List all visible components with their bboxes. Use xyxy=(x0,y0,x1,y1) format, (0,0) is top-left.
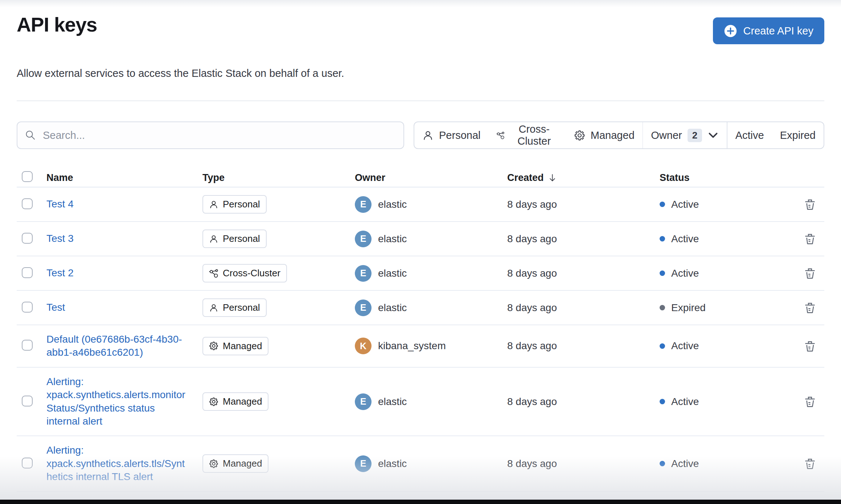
status-dot-active xyxy=(660,399,665,404)
api-keys-table: Name Type Owner Created Status Test 4 Pe… xyxy=(17,169,824,492)
row-checkbox[interactable] xyxy=(22,198,33,209)
filter-personal[interactable]: Personal xyxy=(414,122,488,148)
owner-avatar: E xyxy=(355,455,372,472)
created-cell: 8 days ago xyxy=(507,302,660,314)
status-cell: Active xyxy=(660,233,792,245)
row-checkbox[interactable] xyxy=(22,267,33,278)
column-header-owner[interactable]: Owner xyxy=(355,172,507,183)
column-header-created[interactable]: Created xyxy=(507,172,660,183)
create-api-key-button[interactable]: Create API key xyxy=(713,17,824,44)
api-key-name-link[interactable]: Default (0e67686b-63cf-4b30-abb1-a46be61… xyxy=(46,334,182,358)
type-badge-label: Cross-Cluster xyxy=(223,268,280,279)
owner-name: elastic xyxy=(378,458,407,470)
column-header-name[interactable]: Name xyxy=(46,172,202,183)
delete-button[interactable] xyxy=(801,230,819,247)
header-divider xyxy=(17,100,824,101)
filter-managed-label: Managed xyxy=(591,129,635,141)
trash-icon xyxy=(804,395,816,408)
next-page-button[interactable] xyxy=(803,503,816,504)
created-cell: 8 days ago xyxy=(507,268,660,279)
api-key-name-link[interactable]: Test 2 xyxy=(46,267,74,278)
type-badge: Managed xyxy=(202,392,268,411)
trash-icon xyxy=(804,267,816,280)
owner-cell: E elastic xyxy=(355,393,507,410)
status-cell: Active xyxy=(660,396,792,408)
filter-managed[interactable]: Managed xyxy=(566,122,643,148)
owner-name: elastic xyxy=(378,199,407,210)
table-row: Default (0e67686b-63cf-4b30-abb1-a46be61… xyxy=(17,325,824,368)
table-header-row: Name Type Owner Created Status xyxy=(17,169,824,187)
owner-name: elastic xyxy=(378,396,407,408)
status-cell: Active xyxy=(660,268,792,279)
created-cell: 8 days ago xyxy=(507,199,660,210)
delete-button[interactable] xyxy=(801,338,819,355)
filter-cross-cluster-label: Cross-Cluster xyxy=(510,123,558,147)
table-row: Test 4 Personal E elastic 8 days ago Act… xyxy=(17,187,824,222)
page-number-current[interactable]: 1 xyxy=(785,503,791,504)
toolbar: Personal Cross-Cluster Managed Owner 2 A… xyxy=(17,121,824,149)
type-badge-label: Managed xyxy=(223,340,262,352)
gear-icon xyxy=(209,341,218,351)
delete-button[interactable] xyxy=(801,393,819,410)
search-input[interactable] xyxy=(43,129,396,141)
trash-icon xyxy=(804,301,816,314)
trash-icon xyxy=(804,340,816,352)
status-label: Active xyxy=(671,458,699,470)
owner-cell: E elastic xyxy=(355,265,507,282)
owner-name: elastic xyxy=(378,268,407,279)
created-cell: 8 days ago xyxy=(507,233,660,245)
api-key-name-link[interactable]: Test 3 xyxy=(46,233,74,244)
delete-button[interactable] xyxy=(801,455,819,472)
table-row: Test 3 Personal E elastic 8 days ago Act… xyxy=(17,222,824,256)
filter-active[interactable]: Active xyxy=(727,122,772,148)
row-checkbox[interactable] xyxy=(22,458,33,468)
page-subtitle: Allow external services to access the El… xyxy=(17,67,824,79)
page-controls: 1 xyxy=(760,503,824,504)
table-row: Alerting: xpack.synthetics.alerts.monito… xyxy=(17,368,824,437)
column-header-type[interactable]: Type xyxy=(202,172,355,183)
filter-active-label: Active xyxy=(735,129,764,141)
filter-cross-cluster[interactable]: Cross-Cluster xyxy=(488,122,566,148)
owner-avatar: K xyxy=(355,338,372,354)
status-dot-active xyxy=(660,270,665,276)
create-api-key-label: Create API key xyxy=(743,25,813,37)
created-cell: 8 days ago xyxy=(507,396,660,408)
chevron-down-icon xyxy=(707,130,719,141)
owner-cell: E elastic xyxy=(355,196,507,213)
filter-expired[interactable]: Expired xyxy=(772,122,824,148)
type-badge: Personal xyxy=(202,195,267,214)
status-label: Expired xyxy=(671,302,706,314)
user-icon xyxy=(209,200,218,209)
status-label: Active xyxy=(671,268,699,279)
delete-button[interactable] xyxy=(801,196,819,213)
filter-expired-label: Expired xyxy=(780,129,816,141)
owner-cell: E elastic xyxy=(355,455,507,472)
row-checkbox[interactable] xyxy=(22,396,33,406)
row-checkbox[interactable] xyxy=(22,302,33,313)
created-cell: 8 days ago xyxy=(507,458,660,470)
filter-owner-dropdown[interactable]: Owner 2 xyxy=(643,122,727,148)
api-keys-page: API keys Create API key Allow external s… xyxy=(0,0,841,504)
status-cell: Active xyxy=(660,199,792,210)
search-box[interactable] xyxy=(17,121,404,149)
gear-icon xyxy=(209,459,218,468)
row-checkbox[interactable] xyxy=(22,340,33,351)
delete-button[interactable] xyxy=(801,265,819,282)
api-key-name-link[interactable]: Alerting: xpack.synthetics.alerts.monito… xyxy=(46,376,185,427)
created-cell: 8 days ago xyxy=(507,340,660,352)
api-key-name-link[interactable]: Test xyxy=(46,302,65,313)
row-checkbox[interactable] xyxy=(22,233,33,244)
column-header-status[interactable]: Status xyxy=(660,172,792,183)
previous-page-button[interactable] xyxy=(760,503,772,504)
table-row: Alerting: xpack.synthetics.alerts.tls/Sy… xyxy=(17,436,824,492)
user-icon xyxy=(209,303,218,313)
type-badge-label: Personal xyxy=(223,302,260,313)
select-all-checkbox[interactable] xyxy=(22,171,33,182)
pagination: Rows per page: 10 1 xyxy=(17,503,824,504)
gear-icon xyxy=(574,130,585,141)
delete-button[interactable] xyxy=(801,299,819,316)
page-title: API keys xyxy=(17,13,97,36)
api-key-name-link[interactable]: Test 4 xyxy=(46,198,74,210)
search-icon xyxy=(25,129,36,141)
api-key-name-link[interactable]: Alerting: xpack.synthetics.alerts.tls/Sy… xyxy=(46,445,185,482)
